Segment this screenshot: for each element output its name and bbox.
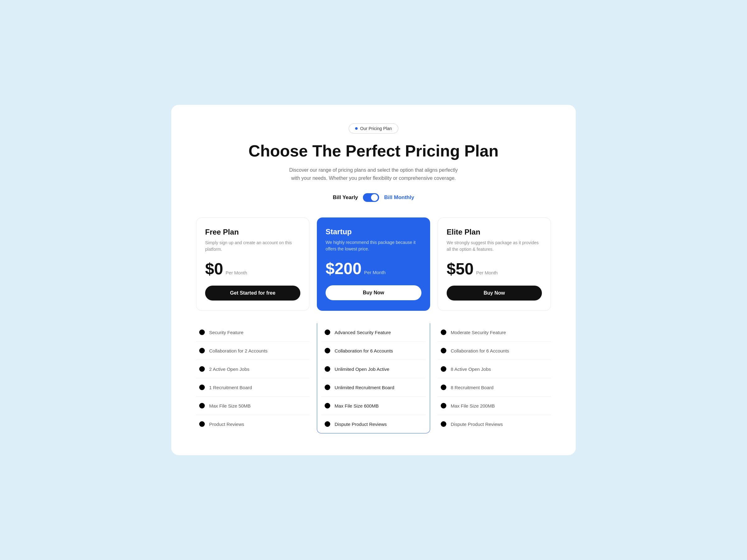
startup-plan-price-row: $200 Per Month	[326, 259, 421, 278]
elite-feature-4: 8 Recruitment Board	[438, 378, 551, 397]
elite-plan-button[interactable]: Buy Now	[447, 286, 542, 300]
elite-feature-3-label: 8 Active Open Jobs	[451, 367, 491, 372]
check-gray-elite-1	[440, 329, 447, 336]
badge-row: Our Pricing Plan	[196, 124, 551, 133]
startup-feature-3-label: Unlimited Open Job Active	[335, 367, 389, 372]
check-blue-icon-1	[324, 329, 331, 336]
toggle-knob	[371, 194, 378, 201]
elite-feature-5-label: Max File Size 200MB	[451, 403, 495, 408]
free-features-col: Security Feature Collaboration for 2 Acc…	[196, 323, 309, 433]
startup-feature-3: Unlimited Open Job Active	[321, 360, 426, 378]
billing-toggle-row: Bill Yearly Bill Monthly	[196, 193, 551, 202]
free-feature-5-label: Max File Size 50MB	[209, 403, 251, 408]
free-plan-name: Free Plan	[205, 228, 300, 236]
main-title: Choose The Perfect Pricing Plan	[196, 142, 551, 160]
badge-label: Our Pricing Plan	[360, 126, 392, 131]
startup-feature-1-label: Advanced Security Feature	[335, 330, 391, 335]
pricing-badge: Our Pricing Plan	[349, 124, 398, 133]
check-gray-elite-2	[440, 347, 447, 354]
free-feature-1: Security Feature	[196, 323, 309, 342]
bill-monthly-label: Bill Monthly	[384, 194, 414, 201]
startup-plan-period: Per Month	[364, 270, 386, 275]
free-feature-3: 2 Active Open Jobs	[196, 360, 309, 378]
elite-plan-name: Elite Plan	[447, 228, 542, 236]
free-plan-card: Free Plan Simply sign up and create an a…	[196, 217, 309, 311]
startup-feature-5-label: Max File Size 600MB	[335, 403, 379, 408]
elite-feature-5: Max File Size 200MB	[438, 397, 551, 415]
startup-feature-4: Unlimited Recruitment Board	[321, 378, 426, 397]
free-plan-price: $0	[205, 260, 223, 278]
check-blue-icon-2	[324, 347, 331, 354]
check-gray-icon-3	[199, 366, 205, 372]
check-gray-icon-5	[199, 402, 205, 409]
startup-feature-5: Max File Size 600MB	[321, 397, 426, 415]
elite-feature-3: 8 Active Open Jobs	[438, 360, 551, 378]
elite-plan-price: $50	[447, 260, 474, 278]
check-blue-icon-3	[324, 366, 331, 372]
startup-features-col: Advanced Security Feature Collaboration …	[317, 323, 430, 433]
check-gray-elite-6	[440, 421, 447, 427]
check-blue-icon-4	[324, 384, 331, 391]
startup-plan-card: Startup We highly recommend this package…	[317, 217, 430, 311]
check-gray-elite-4	[440, 384, 447, 391]
startup-feature-1: Advanced Security Feature	[321, 323, 426, 342]
elite-plan-desc: We strongly suggest this package as it p…	[447, 240, 542, 252]
elite-feature-6-label: Dispute Product Reviews	[451, 422, 503, 427]
free-feature-6-label: Product Reviews	[209, 422, 244, 427]
check-blue-icon-6	[324, 421, 331, 427]
elite-plan-period: Per Month	[476, 270, 498, 275]
badge-dot	[355, 127, 358, 130]
check-gray-elite-5	[440, 402, 447, 409]
elite-plan-card: Elite Plan We strongly suggest this pack…	[438, 217, 551, 311]
check-gray-icon	[199, 329, 205, 336]
startup-feature-2-label: Collaboration for 6 Accounts	[335, 348, 393, 353]
check-gray-elite-3	[440, 366, 447, 372]
plans-grid: Free Plan Simply sign up and create an a…	[196, 217, 551, 311]
check-blue-icon-5	[324, 402, 331, 409]
free-feature-2-label: Collaboration for 2 Accounts	[209, 348, 268, 353]
free-plan-desc: Simply sign up and create an account on …	[205, 240, 300, 252]
startup-feature-2: Collaboration for 6 Accounts	[321, 342, 426, 360]
elite-feature-2-label: Collaboration for 6 Accounts	[451, 348, 509, 353]
startup-plan-price: $200	[326, 259, 362, 278]
elite-features-col: Moderate Security Feature Collaboration …	[438, 323, 551, 433]
free-feature-3-label: 2 Active Open Jobs	[209, 367, 249, 372]
check-gray-icon-4	[199, 384, 205, 391]
startup-feature-4-label: Unlimited Recruitment Board	[335, 385, 394, 390]
free-feature-5: Max File Size 50MB	[196, 397, 309, 415]
features-grid: Security Feature Collaboration for 2 Acc…	[196, 323, 551, 433]
startup-plan-button[interactable]: Buy Now	[326, 285, 421, 300]
free-plan-price-row: $0 Per Month	[205, 260, 300, 278]
elite-feature-1-label: Moderate Security Feature	[451, 330, 506, 335]
free-feature-2: Collaboration for 2 Accounts	[196, 342, 309, 360]
elite-feature-4-label: 8 Recruitment Board	[451, 385, 494, 390]
startup-plan-desc: We highly recommend this package because…	[326, 239, 421, 252]
startup-plan-name: Startup	[326, 228, 421, 236]
check-gray-icon-2	[199, 347, 205, 354]
free-feature-4: 1 Recruitment Board	[196, 378, 309, 397]
subtitle: Discover our range of pricing plans and …	[286, 166, 461, 182]
free-plan-period: Per Month	[226, 270, 247, 275]
startup-feature-6-label: Dispute Product Reviews	[335, 422, 387, 427]
bill-yearly-label: Bill Yearly	[333, 194, 358, 201]
free-feature-4-label: 1 Recruitment Board	[209, 385, 252, 390]
billing-toggle[interactable]	[363, 193, 379, 202]
elite-feature-1: Moderate Security Feature	[438, 323, 551, 342]
free-feature-1-label: Security Feature	[209, 330, 243, 335]
elite-feature-6: Dispute Product Reviews	[438, 415, 551, 433]
free-plan-button[interactable]: Get Started for free	[205, 286, 300, 300]
startup-feature-6: Dispute Product Reviews	[321, 415, 426, 433]
free-feature-6: Product Reviews	[196, 415, 309, 433]
elite-feature-2: Collaboration for 6 Accounts	[438, 342, 551, 360]
pricing-container: Our Pricing Plan Choose The Perfect Pric…	[171, 105, 576, 455]
elite-plan-price-row: $50 Per Month	[447, 260, 542, 278]
check-gray-icon-6	[199, 421, 205, 427]
